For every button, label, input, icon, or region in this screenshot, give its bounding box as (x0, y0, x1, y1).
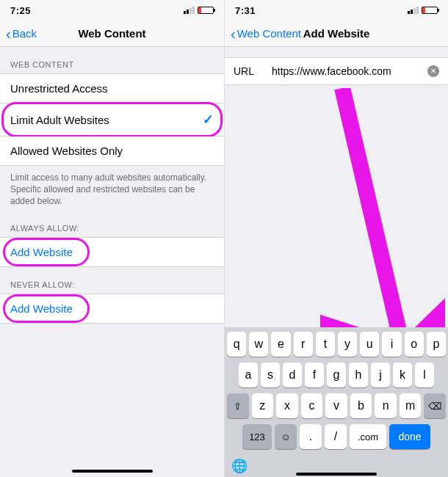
key-f[interactable]: f (305, 363, 324, 387)
checkmark-icon: ✓ (203, 112, 214, 128)
key-o[interactable]: o (405, 332, 424, 357)
home-indicator (296, 473, 377, 476)
status-icons (184, 7, 214, 14)
key-h[interactable]: h (349, 363, 368, 387)
key-n[interactable]: n (375, 393, 397, 418)
key-dot[interactable]: . (300, 424, 322, 449)
add-website-label: Add Website (10, 246, 73, 258)
keyboard: q w e r t y u i o p a s d f g h j k l (225, 327, 448, 477)
key-a[interactable]: a (239, 363, 258, 387)
nav-bar: ‹ Back Web Content (0, 21, 224, 47)
key-e[interactable]: e (271, 332, 290, 357)
home-indicator (72, 470, 153, 473)
back-button[interactable]: ‹ Back (6, 26, 37, 41)
chevron-left-icon: ‹ (231, 26, 236, 41)
section-header-never-allow: NEVER ALLOW: (0, 267, 224, 294)
status-bar: 7:31 (225, 0, 448, 21)
key-backspace[interactable]: ⌫ (424, 393, 446, 418)
nav-bar: ‹ Web Content Add Website (225, 21, 448, 47)
key-dotcom[interactable]: .com (350, 424, 386, 449)
key-y[interactable]: y (338, 332, 357, 357)
key-g[interactable]: g (327, 363, 346, 387)
key-u[interactable]: u (360, 332, 379, 357)
keyboard-row-1: q w e r t y u i o p (227, 332, 446, 357)
key-p[interactable]: p (427, 332, 446, 357)
key-d[interactable]: d (283, 363, 302, 387)
keyboard-row-3: ⇧ z x c v b n m ⌫ (227, 393, 446, 418)
option-unrestricted[interactable]: Unrestricted Access (0, 73, 224, 103)
key-z[interactable]: z (252, 393, 274, 418)
status-time: 7:25 (10, 5, 31, 16)
chevron-left-icon: ‹ (6, 26, 11, 41)
key-q[interactable]: q (227, 332, 246, 357)
key-w[interactable]: w (249, 332, 268, 357)
keyboard-row-4: 123 ☺ . / .com done (227, 424, 446, 449)
status-time: 7:31 (235, 5, 256, 16)
key-emoji[interactable]: ☺ (275, 424, 297, 449)
key-m[interactable]: m (400, 393, 422, 418)
add-website-always[interactable]: Add Website (0, 237, 224, 267)
option-limit-adult[interactable]: Limit Adult Websites ✓ (0, 103, 224, 136)
key-t[interactable]: t (316, 332, 335, 357)
keyboard-bottom: 🌐 (227, 455, 446, 474)
add-website-label: Add Website (10, 302, 73, 315)
key-v[interactable]: v (325, 393, 347, 418)
section-header-always-allow: ALWAYS ALLOW: (0, 211, 224, 237)
key-i[interactable]: i (382, 332, 401, 357)
keyboard-row-2: a s d f g h j k l (227, 363, 446, 387)
key-x[interactable]: x (276, 393, 298, 418)
option-allowed-only[interactable]: Allowed Websites Only (0, 136, 224, 166)
section-header-web-content: WEB CONTENT (0, 47, 224, 73)
url-input[interactable]: https://www.facebook.com (272, 65, 419, 77)
key-s[interactable]: s (261, 363, 280, 387)
key-k[interactable]: k (393, 363, 412, 387)
status-icons (408, 7, 438, 14)
globe-icon[interactable]: 🌐 (231, 458, 248, 474)
battery-icon (198, 7, 214, 14)
key-r[interactable]: r (294, 332, 313, 357)
key-123[interactable]: 123 (242, 424, 272, 449)
back-label: Back (12, 27, 37, 40)
battery-icon (422, 7, 438, 14)
key-b[interactable]: b (350, 393, 372, 418)
option-unrestricted-label: Unrestricted Access (10, 82, 108, 95)
section-footer: Limit access to many adult websites auto… (0, 166, 224, 211)
key-shift[interactable]: ⇧ (227, 393, 249, 418)
key-done[interactable]: done (389, 424, 430, 449)
key-j[interactable]: j (371, 363, 390, 387)
back-button[interactable]: ‹ Web Content (231, 26, 301, 41)
option-limit-label: Limit Adult Websites (10, 114, 109, 126)
back-label: Web Content (237, 27, 301, 40)
key-l[interactable]: l (415, 363, 434, 387)
add-website-never[interactable]: Add Website (0, 294, 224, 324)
url-row[interactable]: URL https://www.facebook.com ✕ (225, 57, 448, 85)
key-slash[interactable]: / (325, 424, 347, 449)
clear-icon[interactable]: ✕ (427, 65, 439, 77)
key-c[interactable]: c (301, 393, 323, 418)
url-label: URL (234, 65, 263, 77)
signal-icon (184, 7, 195, 14)
signal-icon (408, 7, 419, 14)
status-bar: 7:25 (0, 0, 224, 21)
option-allowed-label: Allowed Websites Only (10, 145, 123, 157)
